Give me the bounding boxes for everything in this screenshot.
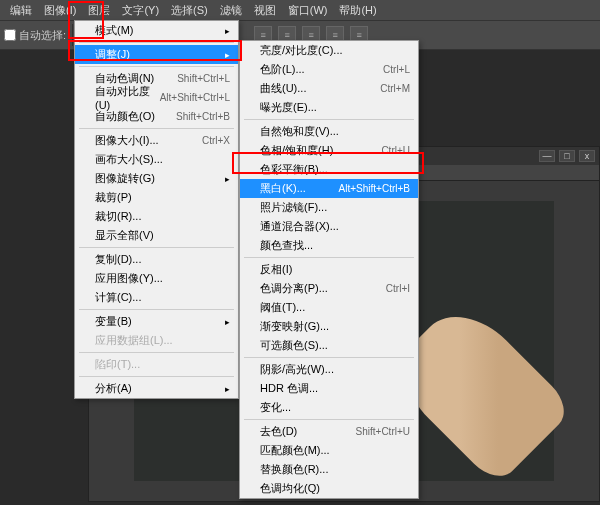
menu-item-rotation[interactable]: 图像旋转(G)▸ <box>75 169 238 188</box>
menu-item-trap: 陷印(T)... <box>75 355 238 374</box>
menu-item-calculations[interactable]: 计算(C)... <box>75 288 238 307</box>
menu-item-desaturate[interactable]: 去色(D)Shift+Ctrl+U <box>240 422 418 441</box>
menubar-select[interactable]: 选择(S) <box>165 1 214 19</box>
menu-item-reveal-all[interactable]: 显示全部(V) <box>75 226 238 245</box>
menu-item-gradient-map[interactable]: 渐变映射(G)... <box>240 317 418 336</box>
menu-item-exposure[interactable]: 曝光度(E)... <box>240 98 418 117</box>
menu-item-trim[interactable]: 裁切(R)... <box>75 207 238 226</box>
menubar-view[interactable]: 视图 <box>248 1 282 19</box>
menubar-window[interactable]: 窗口(W) <box>282 1 334 19</box>
menu-item-equalize[interactable]: 色调均化(Q) <box>240 479 418 498</box>
menu-item-posterize[interactable]: 色调分离(P)...Ctrl+I <box>240 279 418 298</box>
menu-item-brightness-contrast[interactable]: 亮度/对比度(C)... <box>240 41 418 60</box>
menu-item-photo-filter[interactable]: 照片滤镜(F)... <box>240 198 418 217</box>
maximize-button[interactable]: □ <box>559 150 575 162</box>
close-button[interactable]: x <box>579 150 595 162</box>
menu-item-apply-image[interactable]: 应用图像(Y)... <box>75 269 238 288</box>
menubar-filter[interactable]: 滤镜 <box>214 1 248 19</box>
menu-item-apply-dataset: 应用数据组(L)... <box>75 331 238 350</box>
menu-item-crop[interactable]: 裁剪(P) <box>75 188 238 207</box>
menu-item-duplicate[interactable]: 复制(D)... <box>75 250 238 269</box>
menu-item-hue-saturation[interactable]: 色相/饱和度(H)...Ctrl+U <box>240 141 418 160</box>
menu-item-levels[interactable]: 色阶(L)...Ctrl+L <box>240 60 418 79</box>
menu-item-curves[interactable]: 曲线(U)...Ctrl+M <box>240 79 418 98</box>
menu-item-black-white[interactable]: 黑白(K)...Alt+Shift+Ctrl+B <box>240 179 418 198</box>
menu-item-adjustments[interactable]: 调整(J)▸ <box>75 45 238 64</box>
menu-item-invert[interactable]: 反相(I) <box>240 260 418 279</box>
menu-item-color-balance[interactable]: 色彩平衡(B)... <box>240 160 418 179</box>
minimize-button[interactable]: — <box>539 150 555 162</box>
menubar-text[interactable]: 文字(Y) <box>116 1 165 19</box>
menubar-image[interactable]: 图像(I) <box>38 1 82 19</box>
menu-item-selective-color[interactable]: 可选颜色(S)... <box>240 336 418 355</box>
menu-item-match-color[interactable]: 匹配颜色(M)... <box>240 441 418 460</box>
menu-item-auto-contrast[interactable]: 自动对比度(U)Alt+Shift+Ctrl+L <box>75 88 238 107</box>
menubar-layer[interactable]: 图层 <box>82 1 116 19</box>
menu-item-mode[interactable]: 模式(M)▸ <box>75 21 238 40</box>
adjustments-submenu: 亮度/对比度(C)... 色阶(L)...Ctrl+L 曲线(U)...Ctrl… <box>239 40 419 499</box>
menu-item-shadows-highlights[interactable]: 阴影/高光(W)... <box>240 360 418 379</box>
menu-item-image-size[interactable]: 图像大小(I)...Ctrl+X <box>75 131 238 150</box>
image-menu-dropdown: 模式(M)▸ 调整(J)▸ 自动色调(N)Shift+Ctrl+L 自动对比度(… <box>74 20 239 399</box>
menu-item-variations[interactable]: 变化... <box>240 398 418 417</box>
menubar-file[interactable]: 编辑 <box>4 1 38 19</box>
menu-item-hdr-toning[interactable]: HDR 色调... <box>240 379 418 398</box>
menu-item-analysis[interactable]: 分析(A)▸ <box>75 379 238 398</box>
menu-item-channel-mixer[interactable]: 通道混合器(X)... <box>240 217 418 236</box>
menu-item-canvas-size[interactable]: 画布大小(S)... <box>75 150 238 169</box>
menu-item-color-lookup[interactable]: 颜色查找... <box>240 236 418 255</box>
menubar-help[interactable]: 帮助(H) <box>333 1 382 19</box>
menu-bar: 编辑 图像(I) 图层 文字(Y) 选择(S) 滤镜 视图 窗口(W) 帮助(H… <box>0 0 600 20</box>
menu-item-replace-color[interactable]: 替换颜色(R)... <box>240 460 418 479</box>
menu-item-auto-color[interactable]: 自动颜色(O)Shift+Ctrl+B <box>75 107 238 126</box>
menu-item-threshold[interactable]: 阈值(T)... <box>240 298 418 317</box>
menu-item-variables[interactable]: 变量(B)▸ <box>75 312 238 331</box>
menu-item-vibrance[interactable]: 自然饱和度(V)... <box>240 122 418 141</box>
auto-select-checkbox[interactable]: 自动选择: <box>4 28 66 43</box>
